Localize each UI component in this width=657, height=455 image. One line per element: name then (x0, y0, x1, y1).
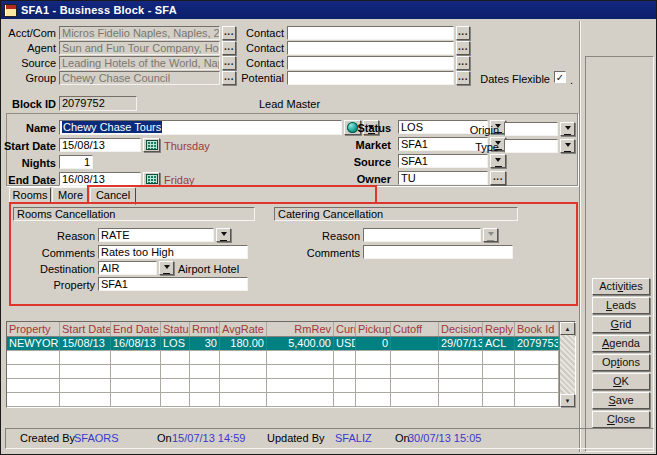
tab-cancel[interactable]: Cancel (90, 187, 136, 205)
destination-field[interactable]: AIR (98, 261, 157, 275)
contact2-label: Contact (184, 42, 284, 55)
tab-rooms[interactable]: Rooms (9, 187, 51, 204)
grid-cell (111, 351, 161, 364)
owner-lov-button[interactable]: ... (490, 171, 506, 185)
catering-reason-field[interactable] (363, 228, 481, 242)
grid-cell (220, 379, 267, 392)
lead-master-label: Lead Master (259, 98, 320, 110)
catering-reason-label: Reason (260, 230, 360, 243)
grid-row[interactable]: NEWYORK15/08/1316/08/13LOS30180.005,400.… (7, 337, 559, 351)
source2-field[interactable]: SFA1 (398, 154, 488, 168)
grid-cell (334, 393, 356, 406)
start-date-calendar-button[interactable] (143, 138, 160, 152)
status-bar: Created By SFAORS On 15/07/13 14:59 Upda… (5, 428, 654, 449)
grid-row[interactable] (7, 393, 559, 407)
dropdown-bar (163, 273, 170, 274)
grid-header-rmrev: RmRev (267, 322, 334, 336)
grid-header-reply: Reply (483, 322, 515, 336)
grid-cell (111, 393, 161, 406)
property-label: Property (1, 279, 95, 292)
scroll-down-icon[interactable]: ▼ (560, 394, 575, 407)
type-label: Type (399, 141, 499, 154)
dates-flexible-checkbox[interactable]: ✓ (554, 71, 566, 83)
grid-cell (391, 393, 439, 406)
ok-button[interactable]: OK (592, 373, 650, 390)
grid-cell: USD (334, 337, 356, 350)
nights-field[interactable]: 1 (59, 155, 93, 169)
save-button[interactable]: Save (592, 392, 650, 409)
grid-cell (515, 365, 559, 378)
grid-cell (483, 393, 515, 406)
grid-cell (161, 393, 190, 406)
name-label: Name (1, 122, 56, 135)
ellipsis-icon: ... (458, 41, 468, 52)
origin-field[interactable] (504, 122, 558, 136)
origin-label: Origin (399, 124, 499, 137)
contact2-field[interactable] (287, 41, 454, 55)
destination-dropdown-button[interactable] (159, 261, 174, 275)
property-field[interactable]: SFA1 (98, 277, 248, 291)
owner-label: Owner (291, 173, 391, 186)
grid-cell (515, 393, 559, 406)
tab-more[interactable]: More (52, 187, 89, 204)
scroll-up-icon[interactable]: ▲ (560, 322, 575, 335)
rooms-reason-dropdown-button[interactable] (216, 228, 231, 242)
contact1-field[interactable] (287, 26, 454, 40)
rooms-comments-field[interactable]: Rates too High (98, 245, 248, 259)
grid-columns: PropertyStart DateEnd DateStatusRmntsAvg… (7, 322, 559, 407)
grid-cell (7, 351, 60, 364)
grid-cell (7, 393, 60, 406)
grid-header-book-id: Book Id (515, 322, 559, 336)
grid-cell: 5,400.00 (267, 337, 334, 350)
activities-button[interactable]: Activities (592, 278, 650, 295)
grid-cell (391, 351, 439, 364)
end-date-calendar-button[interactable] (143, 172, 160, 186)
grid-cell: 180.00 (220, 337, 267, 350)
grid-row[interactable] (7, 379, 559, 393)
title-bar[interactable]: SFA1 - Business Block - SFA (1, 1, 656, 19)
rooms-reason-field[interactable]: RATE (98, 228, 214, 242)
dropdown-bar (487, 240, 494, 241)
grid-body: NEWYORK15/08/1316/08/13LOS30180.005,400.… (7, 337, 559, 407)
grid-header-row: PropertyStart DateEnd DateStatusRmntsAvg… (7, 322, 559, 337)
grid-cell (60, 393, 111, 406)
potential-label: Potential (184, 72, 284, 85)
grid-cell: 30 (190, 337, 220, 350)
created-on-label: On (157, 432, 172, 445)
leads-button[interactable]: Leads (592, 297, 650, 314)
contact2-lov-button[interactable]: ... (456, 41, 470, 55)
owner-field[interactable]: TU (398, 171, 488, 185)
type-field[interactable] (504, 139, 558, 153)
grid-button[interactable]: Grid (592, 316, 650, 333)
grid-row[interactable] (7, 365, 559, 379)
contact3-field[interactable] (287, 56, 454, 70)
potential-field[interactable] (287, 71, 454, 85)
source2-label: Source (291, 156, 391, 169)
agent-label: Agent (1, 42, 56, 55)
contact3-lov-button[interactable]: ... (456, 56, 470, 70)
contact1-lov-button[interactable]: ... (456, 26, 470, 40)
grid-cell (439, 351, 483, 364)
grid-cell (439, 393, 483, 406)
grid-cell: 2079753 (515, 337, 559, 350)
origin-dropdown-button[interactable] (560, 122, 575, 136)
scrollbar-track[interactable] (560, 335, 575, 394)
grid-cell (60, 351, 111, 364)
close-button[interactable]: Close (592, 411, 650, 428)
catering-comments-field[interactable] (363, 245, 513, 259)
dropdown-bar (564, 151, 571, 152)
end-date-field[interactable]: 16/08/13 (59, 172, 141, 186)
rooms-cancellation-section-title: Rooms Cancellation (13, 207, 255, 221)
agenda-button[interactable]: Agenda (592, 335, 650, 352)
ellipsis-icon: ... (458, 26, 468, 37)
dropdown-bar (564, 134, 571, 135)
grid-cell: 16/08/13 (111, 337, 161, 350)
status-label: Status (291, 122, 391, 135)
source-label: Source (1, 57, 56, 70)
start-date-field[interactable]: 15/08/13 (59, 138, 141, 152)
grid-row[interactable] (7, 351, 559, 365)
type-dropdown-button[interactable] (560, 139, 575, 153)
source-dropdown-button[interactable] (490, 154, 506, 168)
grid-scrollbar[interactable]: ▲ ▼ (559, 322, 575, 407)
options-button[interactable]: Options (592, 354, 650, 371)
